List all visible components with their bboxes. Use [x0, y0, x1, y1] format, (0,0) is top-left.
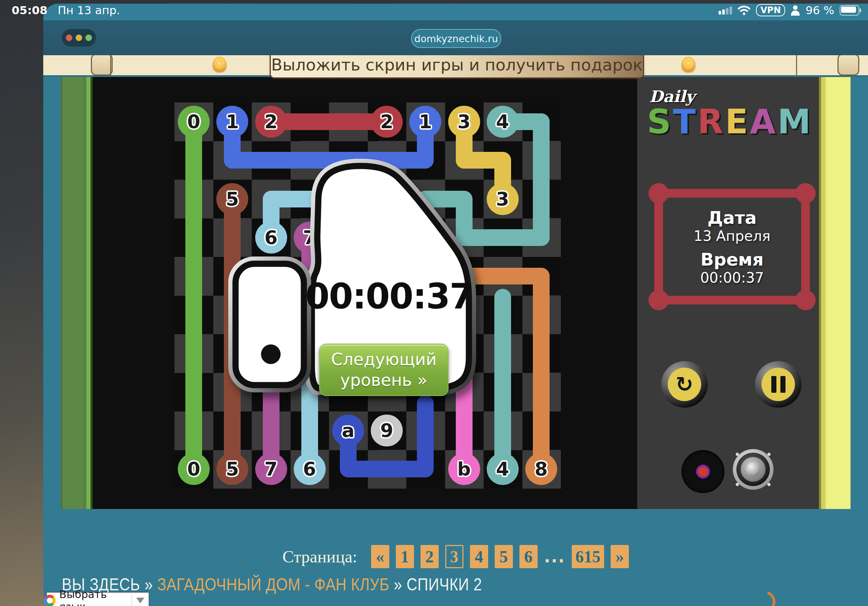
- language-selector-label: Выбрать язык: [59, 588, 132, 606]
- level-timer: 00:00:37: [305, 276, 469, 317]
- endpoint-a-navy[interactable]: a: [332, 414, 364, 447]
- language-dropdown-arrow[interactable]: [132, 594, 149, 606]
- pagination-ellipsis: ...: [544, 547, 565, 566]
- decor-yellow-pencil: [819, 77, 851, 509]
- breadcrumb-section-link[interactable]: ЗАГАДОЧНЫЙ ДОМ - ФАН КЛУБ: [157, 574, 390, 594]
- pause-button[interactable]: [755, 361, 801, 408]
- pipe-teal: [494, 289, 511, 478]
- endpoint-0-green[interactable]: 0: [178, 453, 210, 485]
- language-selector[interactable]: Выбрать язык: [47, 592, 149, 606]
- sound-toggle-icon[interactable]: [733, 449, 773, 490]
- wifi-icon: [738, 5, 750, 15]
- endpoint-1-blue[interactable]: 1: [409, 106, 441, 138]
- endpoint-2-red[interactable]: 2: [371, 106, 403, 138]
- date-label: Дата: [707, 207, 756, 228]
- frame-corner-dot: [648, 290, 669, 310]
- endpoint-6-lightblue[interactable]: 6: [294, 453, 326, 485]
- status-bar-right: VPN 96 %: [719, 4, 859, 17]
- pagination-page-615[interactable]: 615: [572, 545, 604, 568]
- banner-divider: [796, 55, 797, 75]
- endpoint-1-blue[interactable]: 1: [216, 106, 248, 138]
- endpoint-0-green[interactable]: 0: [178, 106, 210, 138]
- endpoint-3-yellow[interactable]: 3: [448, 106, 480, 138]
- frame-corner-dot: [795, 290, 816, 310]
- endpoint-4-teal[interactable]: 4: [487, 106, 519, 138]
- decor-green-pencil: [61, 77, 93, 509]
- pipe-green: [185, 113, 202, 478]
- pipe-teal: [533, 113, 550, 246]
- time-value: 00:00:37: [700, 270, 764, 286]
- next-level-line2: уровень »: [340, 370, 428, 391]
- brand-letter-A: A: [750, 102, 778, 141]
- endpoint-4-teal[interactable]: 4: [487, 453, 519, 485]
- breadcrumb-separator: »: [144, 574, 153, 594]
- zoom-window-icon[interactable]: [85, 34, 92, 41]
- knuckle-dot: [261, 345, 281, 364]
- minimize-window-icon[interactable]: [76, 34, 82, 41]
- status-bar-left: 05:08 Пн 13 апр.: [12, 4, 120, 17]
- restart-button[interactable]: ↻: [661, 361, 708, 408]
- vpn-badge: VPN: [756, 4, 785, 16]
- pagination-prev[interactable]: «: [371, 545, 389, 568]
- banner-text: Выложить скрин игры и получить подарок: [271, 55, 643, 74]
- endpoint-8-orange[interactable]: 8: [525, 453, 557, 485]
- banner-tab-left: [91, 54, 113, 76]
- window-controls[interactable]: [62, 29, 96, 46]
- pagination-next[interactable]: »: [611, 545, 629, 568]
- user-icon: [790, 5, 800, 15]
- next-level-line1: Следующий: [331, 349, 437, 370]
- pagination-current-page[interactable]: 3: [445, 545, 463, 568]
- pagination-page-4[interactable]: 4: [470, 545, 488, 568]
- pagination-page-1[interactable]: 1: [396, 545, 414, 568]
- medal-icon: [682, 57, 695, 72]
- date-value: 13 Апреля: [693, 228, 770, 244]
- brand-letter-M: M: [778, 102, 813, 141]
- brand-letter-E: E: [725, 102, 750, 141]
- pipe-orange: [533, 268, 550, 478]
- cellular-signal-icon: [719, 6, 732, 14]
- endpoint-9-silver[interactable]: 9: [371, 414, 403, 447]
- frame-corner-dot: [648, 183, 669, 204]
- brand-letter-S: S: [647, 102, 673, 141]
- status-date: Пн 13 апр.: [58, 4, 120, 17]
- pagination-label: Страница:: [282, 547, 357, 566]
- refresh-icon: ↻: [676, 374, 693, 395]
- banner-divider: [110, 55, 111, 75]
- pause-icon: [761, 368, 795, 401]
- battery-icon: [840, 5, 859, 15]
- date-time-panel: Дата 13 Апреля Время 00:00:37: [654, 189, 810, 305]
- endpoint-3-yellow[interactable]: 3: [487, 183, 519, 215]
- pipe-navy: [417, 395, 434, 478]
- endpoint-b-pink[interactable]: b: [448, 453, 480, 485]
- medal-icon: [212, 57, 226, 72]
- endpoint-2-red[interactable]: 2: [255, 106, 287, 138]
- frame-corner-dot: [795, 183, 816, 204]
- battery-percent: 96 %: [806, 4, 834, 17]
- pagination-page-6[interactable]: 6: [519, 545, 538, 568]
- close-window-icon[interactable]: [66, 34, 72, 41]
- brand-stream-logo: STREAM: [647, 102, 811, 141]
- endpoint-7-magenta[interactable]: 7: [255, 453, 287, 485]
- brand-letter-R: R: [698, 102, 725, 141]
- brand-letter-T: T: [673, 102, 698, 141]
- music-toggle-icon[interactable]: [682, 450, 724, 493]
- breadcrumb-separator: »: [394, 574, 402, 594]
- pagination-page-5[interactable]: 5: [495, 545, 513, 568]
- pagination-page-2[interactable]: 2: [420, 545, 439, 568]
- next-level-button[interactable]: Следующий уровень »: [319, 344, 448, 396]
- banner-tab-right: [837, 54, 859, 76]
- url-text: domkyznechik.ru: [414, 33, 498, 44]
- address-bar[interactable]: domkyznechik.ru: [411, 29, 501, 48]
- time-label: Время: [701, 249, 764, 270]
- google-translate-icon: [44, 595, 56, 606]
- clock: 05:08: [12, 4, 48, 17]
- endpoint-5-brown[interactable]: 5: [216, 453, 248, 485]
- pagination: Страница: «123456...615»: [43, 545, 868, 568]
- breadcrumb-current: СПИЧКИ 2: [406, 574, 482, 594]
